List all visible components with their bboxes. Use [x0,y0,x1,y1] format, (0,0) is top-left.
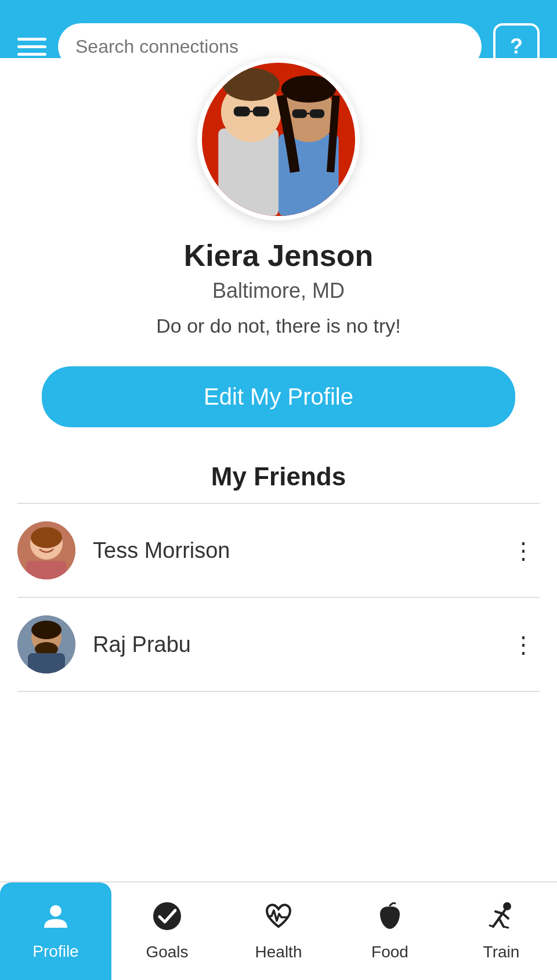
svg-point-6 [223,68,280,101]
train-icon [486,901,516,938]
goals-icon [152,901,182,938]
nav-label-health: Health [255,943,302,961]
friend-name: Raj Prabu [93,632,506,657]
nav-tab-health[interactable]: Health [223,882,334,980]
food-icon [375,901,404,938]
profile-icon [41,902,70,938]
svg-line-30 [499,918,504,927]
svg-rect-21 [28,653,65,673]
profile-name: Kiera Jenson [184,238,374,273]
svg-line-29 [493,918,499,927]
friend-name: Tess Morrison [93,538,506,563]
friends-title: My Friends [17,462,540,504]
friend-avatar-tess [17,521,75,579]
svg-line-31 [490,925,493,927]
friend-avatar-raj [17,615,75,673]
svg-rect-9 [292,109,307,118]
list-item: Tess Morrison ⋮ [17,504,540,598]
svg-rect-16 [26,561,67,579]
nav-tab-goals[interactable]: Goals [111,882,223,980]
svg-point-25 [503,902,511,910]
friends-section: My Friends Tess Morrison ⋮ [0,462,557,692]
svg-rect-10 [310,109,324,118]
profile-location: Baltimore, MD [212,279,345,303]
edit-profile-button[interactable]: Edit My Profile [42,366,515,427]
svg-point-24 [154,903,180,929]
nav-label-goals: Goals [146,943,188,961]
svg-rect-4 [253,106,269,116]
nav-tab-profile[interactable]: Profile [0,882,111,980]
svg-point-15 [31,527,62,548]
health-icon [263,901,294,938]
svg-line-32 [504,927,508,928]
nav-label-train: Train [483,943,520,961]
profile-section: Kiera Jenson Baltimore, MD Do or do not,… [0,58,557,808]
svg-point-19 [31,621,62,639]
svg-rect-3 [234,106,250,116]
more-options-icon[interactable]: ⋮ [506,637,540,651]
nav-label-profile: Profile [32,942,78,961]
more-options-icon[interactable]: ⋮ [506,543,540,557]
svg-line-28 [503,914,508,918]
profile-bio: Do or do not, there is no try! [133,315,424,337]
nav-tab-food[interactable]: Food [334,882,446,980]
bottom-nav: Profile Goals Health [0,881,557,980]
avatar [197,58,360,221]
svg-point-12 [281,75,336,103]
svg-line-27 [495,911,503,914]
menu-icon[interactable] [17,38,46,56]
nav-label-food: Food [371,943,408,961]
nav-tab-train[interactable]: Train [446,882,557,980]
svg-point-22 [50,905,62,917]
list-item: Raj Prabu ⋮ [17,598,540,692]
